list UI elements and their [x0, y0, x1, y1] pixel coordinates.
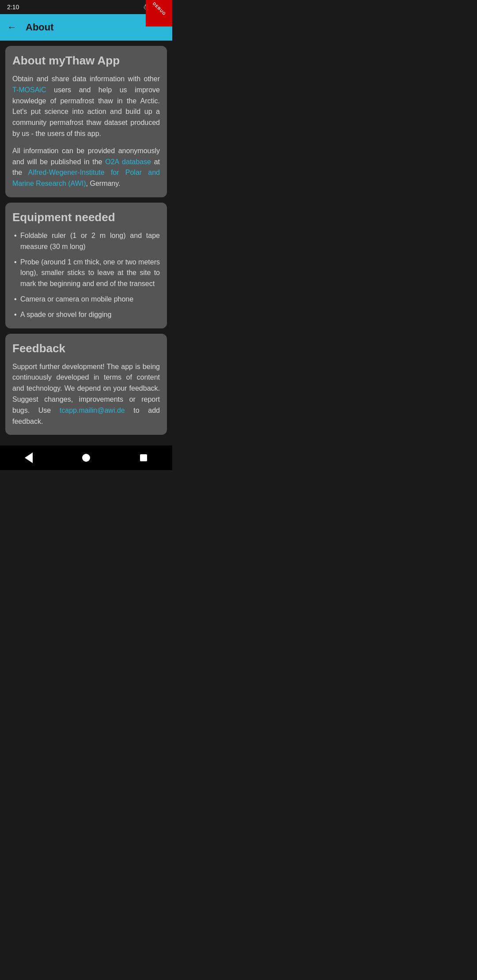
equipment-list: Foldable ruler (1 or 2 m long) and tape … [12, 230, 160, 320]
awi-link[interactable]: Alfred-Wegener-Institute for Polar and M… [12, 169, 160, 187]
list-item: Foldable ruler (1 or 2 m long) and tape … [12, 230, 160, 253]
feedback-paragraph: Support further development! The app is … [12, 362, 160, 427]
debug-ribbon: DEBUG [146, 0, 172, 26]
about-paragraph-2: All information can be provided anonymou… [12, 146, 160, 189]
tMOSAIC-link[interactable]: T-MOSAiC [12, 86, 46, 94]
feedback-card-body: Support further development! The app is … [12, 362, 160, 427]
page-title: About [26, 22, 54, 33]
bottom-nav [0, 445, 172, 470]
home-nav-button[interactable] [73, 449, 99, 467]
feedback-card-title: Feedback [12, 342, 160, 355]
recent-nav-icon [140, 454, 147, 461]
back-nav-button[interactable] [15, 449, 42, 467]
status-bar: 2:10 ⏱ ▲ 🔋 DEBUG [0, 0, 172, 14]
list-item: A spade or shovel for digging [12, 309, 160, 320]
about-card-body: Obtain and share data information with o… [12, 74, 160, 189]
home-nav-icon [82, 454, 90, 462]
back-button[interactable]: ← [7, 22, 17, 33]
about-card: About myThaw App Obtain and share data i… [5, 46, 167, 197]
about-paragraph-1: Obtain and share data information with o… [12, 74, 160, 139]
status-time: 2:10 [7, 4, 19, 11]
about-card-title: About myThaw App [12, 54, 160, 68]
feedback-card: Feedback Support further development! Th… [5, 334, 167, 435]
debug-label: DEBUG [146, 0, 172, 23]
feedback-email-link[interactable]: tcapp.mailin@awi.de [60, 407, 125, 414]
equipment-card: Equipment needed Foldable ruler (1 or 2 … [5, 203, 167, 328]
back-arrow-icon: ← [7, 22, 17, 33]
content-area: About myThaw App Obtain and share data i… [0, 41, 172, 440]
back-nav-icon [25, 452, 33, 463]
list-item: Probe (around 1 cm thick, one or two met… [12, 257, 160, 290]
o2a-database-link[interactable]: O2A database [105, 158, 151, 166]
recent-nav-button[interactable] [130, 449, 157, 467]
equipment-card-title: Equipment needed [12, 211, 160, 224]
list-item: Camera or camera on mobile phone [12, 294, 160, 305]
